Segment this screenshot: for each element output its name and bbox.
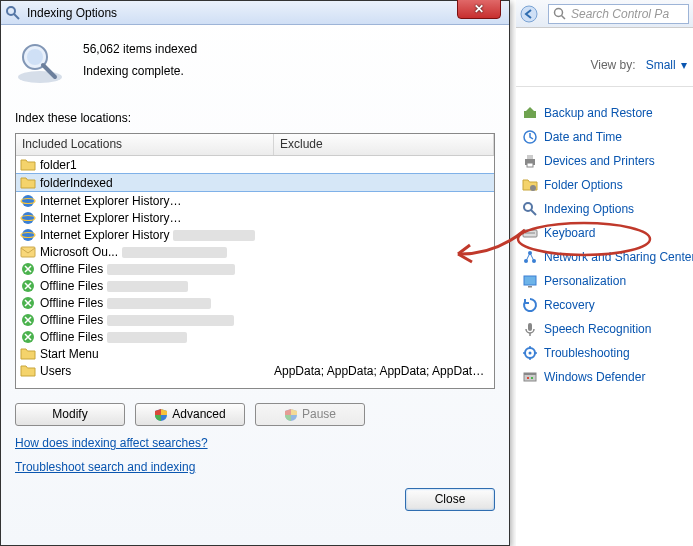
locations-listbox[interactable]: Included Locations Exclude folder1folder…	[15, 133, 495, 389]
advanced-button[interactable]: Advanced	[135, 403, 245, 426]
folder-icon	[20, 346, 36, 362]
dialog-body: 56,062 items indexed Indexing complete. …	[1, 25, 509, 521]
chevron-down-icon: ▾	[681, 58, 687, 72]
svg-point-6	[22, 195, 34, 207]
table-row[interactable]: Microsoft Ou...	[16, 243, 494, 260]
search-placeholder: Search Control Pa	[571, 7, 669, 21]
control-panel-item-personalization[interactable]: Personalization	[516, 269, 693, 293]
control-panel-item-recovery[interactable]: Recovery	[516, 293, 693, 317]
button-row: Modify Advanced Pause	[15, 403, 495, 426]
table-row[interactable]: Offline Files	[16, 311, 494, 328]
control-panel-item-clock[interactable]: Date and Time	[516, 125, 693, 149]
row-label: Offline Files	[40, 313, 274, 327]
svg-point-39	[529, 352, 532, 355]
row-exclude: AppData; AppData; AppData; AppData; A...	[274, 364, 490, 378]
indexing-options-dialog: Indexing Options ✕ 56,062 items indexed …	[0, 0, 510, 546]
control-panel-item-indexing[interactable]: Indexing Options	[516, 197, 693, 221]
row-label: Internet Explorer History	[40, 228, 274, 242]
row-label: Users	[40, 364, 274, 378]
cp-item-label: Speech Recognition	[544, 322, 651, 336]
view-by-value: Small	[646, 58, 676, 72]
clock-icon	[522, 129, 538, 145]
troubleshoot-link[interactable]: Troubleshoot search and indexing	[15, 460, 495, 474]
cp-item-label: Network and Sharing Center	[544, 250, 693, 264]
personalization-icon	[522, 273, 538, 289]
cp-toolbar: Search Control Pa	[516, 0, 693, 28]
view-by-dropdown[interactable]: Small ▾	[646, 58, 687, 72]
col-exclude-header[interactable]: Exclude	[274, 134, 494, 155]
modify-button[interactable]: Modify	[15, 403, 125, 426]
row-label: Offline Files	[40, 330, 274, 344]
offline-icon	[20, 329, 36, 345]
table-row[interactable]: Internet Explorer History	[16, 192, 494, 209]
help-link[interactable]: How does indexing affect searches?	[15, 436, 495, 450]
defender-icon	[522, 369, 538, 385]
svg-rect-43	[531, 377, 533, 379]
svg-rect-24	[527, 155, 533, 159]
indexing-icon	[5, 5, 21, 21]
svg-point-0	[7, 7, 15, 15]
ie-icon	[20, 227, 36, 243]
control-panel-item-network[interactable]: Network and Sharing Center	[516, 245, 693, 269]
table-row[interactable]: Offline Files	[16, 328, 494, 345]
table-row[interactable]: Internet Explorer History	[16, 209, 494, 226]
folder-icon	[20, 363, 36, 379]
cp-item-label: Troubleshooting	[544, 346, 630, 360]
cp-item-label: Windows Defender	[544, 370, 645, 384]
row-label: Offline Files	[40, 262, 274, 276]
advanced-label: Advanced	[172, 404, 225, 425]
table-row[interactable]: Start Menu	[16, 345, 494, 362]
control-panel-item-troubleshoot[interactable]: Troubleshooting	[516, 341, 693, 365]
svg-rect-12	[21, 247, 35, 257]
col-included-header[interactable]: Included Locations	[16, 134, 274, 155]
close-row: Close	[15, 488, 495, 511]
control-panel-item-folderopts[interactable]: Folder Options	[516, 173, 693, 197]
row-label: Microsoft Ou...	[40, 245, 274, 259]
control-panel-item-speech[interactable]: Speech Recognition	[516, 317, 693, 341]
table-row[interactable]: Offline Files	[16, 260, 494, 277]
cp-item-label: Backup and Restore	[544, 106, 653, 120]
row-label: Offline Files	[40, 279, 274, 293]
offline-icon	[20, 295, 36, 311]
cp-item-label: Keyboard	[544, 226, 595, 240]
troubleshoot-icon	[522, 345, 538, 361]
search-input[interactable]: Search Control Pa	[548, 4, 689, 24]
row-label: Internet Explorer History	[40, 211, 274, 225]
table-row[interactable]: folder1	[16, 156, 494, 173]
svg-point-19	[555, 8, 563, 16]
view-by-label: View by:	[590, 58, 635, 72]
table-row[interactable]: Internet Explorer History	[16, 226, 494, 243]
svg-point-18	[521, 6, 537, 22]
recovery-icon	[522, 297, 538, 313]
cp-item-label: Indexing Options	[544, 202, 634, 216]
indexing-status-text: Indexing complete.	[83, 61, 197, 83]
control-panel-item-keyboard[interactable]: Keyboard	[516, 221, 693, 245]
table-row[interactable]: Offline Files	[16, 294, 494, 311]
indexing-icon	[522, 201, 538, 217]
control-panel-area: Search Control Pa View by: Small ▾ Backu…	[516, 0, 693, 546]
rows-container: folder1folderIndexedInternet Explorer Hi…	[16, 156, 494, 389]
row-label: Start Menu	[40, 347, 274, 361]
table-row[interactable]: UsersAppData; AppData; AppData; AppData;…	[16, 362, 494, 379]
close-button[interactable]: Close	[405, 488, 495, 511]
svg-rect-41	[524, 373, 536, 375]
cp-item-label: Devices and Printers	[544, 154, 655, 168]
row-label: Internet Explorer History	[40, 194, 274, 208]
uac-shield-icon	[154, 408, 168, 422]
offline-icon	[20, 261, 36, 277]
table-row[interactable]: folderIndexed	[16, 173, 494, 192]
close-button-x[interactable]: ✕	[457, 0, 501, 19]
svg-point-26	[530, 185, 536, 191]
svg-line-1	[14, 14, 19, 19]
search-icon	[553, 7, 567, 21]
control-panel-item-defender[interactable]: Windows Defender	[516, 365, 693, 389]
svg-rect-34	[524, 276, 536, 285]
control-panel-item-printer[interactable]: Devices and Printers	[516, 149, 693, 173]
nav-back-forward-icon[interactable]	[520, 5, 544, 23]
svg-rect-42	[527, 377, 529, 379]
titlebar[interactable]: Indexing Options ✕	[1, 1, 509, 25]
svg-rect-21	[524, 111, 536, 118]
control-panel-item-backup[interactable]: Backup and Restore	[516, 101, 693, 125]
magnifier-icon	[15, 39, 65, 89]
table-row[interactable]: Offline Files	[16, 277, 494, 294]
